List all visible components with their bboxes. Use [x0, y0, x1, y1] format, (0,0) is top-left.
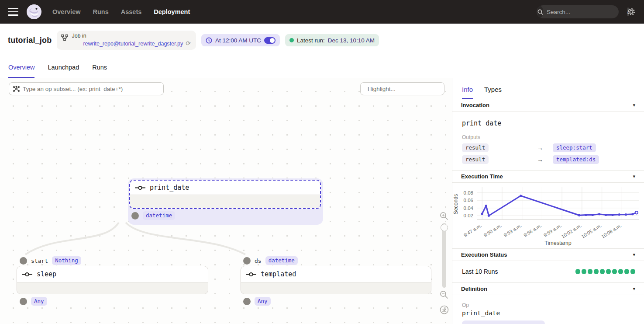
svg-text:10:05 a.m.: 10:05 a.m. [580, 223, 602, 240]
input-port[interactable] [20, 257, 27, 265]
svg-text:Timestamp: Timestamp [544, 240, 571, 246]
type-badge-datetime[interactable]: datetime [143, 211, 175, 220]
zoom-controls [437, 212, 451, 314]
node-templated[interactable]: templated [241, 266, 431, 294]
node-body [130, 195, 320, 209]
nav-item-runs[interactable]: Runs [93, 8, 109, 15]
menu-icon[interactable] [8, 8, 18, 16]
job-in-label: Job in [72, 33, 86, 39]
highlight-filter[interactable] [360, 82, 444, 95]
node-print-date-selection-halo: print_date datetime [128, 178, 323, 225]
svg-text:9:59 a.m.: 9:59 a.m. [543, 223, 562, 238]
sleep-input-row: start Nothing [20, 256, 81, 265]
op-detail-sidebar: Info Types Invocation ▾ print_date Outpu… [452, 78, 644, 324]
chevron-down-icon: ▾ [633, 252, 635, 258]
schedule-toggle[interactable] [264, 37, 276, 44]
op-subset-input[interactable] [23, 86, 159, 92]
svg-text:9:53 a.m.: 9:53 a.m. [503, 223, 522, 238]
svg-text:10:08 a.m.: 10:08 a.m. [600, 223, 622, 240]
output-target-badge[interactable]: sleep:start [553, 143, 596, 152]
job-graph-icon [61, 34, 68, 41]
section-execution-time[interactable]: Execution Time ▾ [452, 170, 644, 183]
svg-text:Seconds: Seconds [453, 194, 459, 215]
output-target-badge[interactable]: templated:ds [553, 155, 599, 164]
dagster-logo-icon[interactable] [26, 4, 42, 20]
type-badge-partial [462, 321, 545, 324]
nav-item-assets[interactable]: Assets [121, 8, 142, 15]
tab-launchpad[interactable]: Launchpad [48, 64, 79, 78]
input-name: start [31, 258, 48, 264]
op-subset-filter[interactable] [9, 82, 164, 95]
invocation-body: print_date Outputs result → sleep:start … [452, 111, 644, 170]
output-name-badge: result [462, 143, 489, 152]
job-tabs: Overview Launchpad Runs [0, 57, 644, 78]
output-port[interactable] [131, 212, 139, 219]
chevron-down-icon: ▾ [633, 286, 635, 292]
job-header: tutorial_job Job in rewrite_repo@tutoria… [0, 24, 644, 57]
svg-text:9:47 a.m.: 9:47 a.m. [463, 223, 482, 238]
chevron-down-icon: ▾ [633, 102, 635, 108]
tab-overview[interactable]: Overview [8, 64, 34, 78]
tab-info[interactable]: Info [462, 86, 473, 99]
templated-input-row: ds datetime [243, 256, 298, 265]
definition-kind-label: Op [462, 302, 634, 308]
svg-text:0.06: 0.06 [464, 198, 473, 203]
type-badge-nothing[interactable]: Nothing [52, 256, 81, 265]
nav-item-deployment[interactable]: Deployment [154, 8, 190, 15]
zoom-slider[interactable] [442, 223, 446, 288]
reload-icon[interactable]: ⟳ [186, 40, 191, 48]
clock-icon [206, 37, 212, 44]
svg-text:0.02: 0.02 [464, 213, 473, 218]
execution-time-chart: 0.020.040.060.089:47 a.m.9:50 a.m.9:53 a… [452, 183, 644, 248]
highlight-input[interactable] [368, 86, 445, 92]
global-search[interactable]: / [537, 5, 619, 18]
arrow-right-icon: → [537, 144, 553, 151]
section-invocation[interactable]: Invocation ▾ [452, 99, 644, 111]
input-name: ds [255, 258, 262, 264]
input-port[interactable] [243, 257, 251, 265]
type-badge-any[interactable]: Any [31, 297, 47, 306]
nav-item-overview[interactable]: Overview [52, 8, 81, 15]
latest-run-badge[interactable]: Latest run: Dec 13, 10:10 AM [285, 34, 379, 46]
arrow-right-icon: → [537, 156, 553, 163]
repo-link[interactable]: rewrite_repo@tutorial_rewrite_dagster.py [83, 41, 183, 47]
op-icon [246, 272, 256, 277]
node-name: sleep [37, 270, 56, 278]
tab-runs[interactable]: Runs [92, 64, 107, 78]
chevron-down-icon: ▾ [633, 174, 635, 179]
sleep-output-row: Any [20, 297, 47, 306]
zoom-in-icon[interactable] [440, 212, 448, 220]
settings-gear-icon[interactable] [627, 7, 636, 17]
run-status-dots[interactable] [575, 269, 636, 274]
node-body [241, 282, 431, 294]
output-port[interactable] [20, 298, 27, 305]
svg-text:0.04: 0.04 [464, 206, 474, 211]
job-location-pill: Job in rewrite_repo@tutorial_rewrite_dag… [57, 31, 196, 50]
download-view-icon[interactable] [440, 305, 449, 314]
definition-op-name: print_date [462, 310, 634, 317]
node-name: templated [261, 270, 296, 278]
type-badge-any[interactable]: Any [255, 297, 271, 306]
type-badge-datetime[interactable]: datetime [265, 256, 298, 265]
op-icon [22, 272, 32, 277]
svg-text:9:56 a.m.: 9:56 a.m. [523, 223, 542, 238]
zoom-slider-knob[interactable] [441, 224, 448, 231]
output-port[interactable] [243, 298, 251, 305]
section-definition[interactable]: Definition ▾ [452, 282, 644, 295]
node-sleep[interactable]: sleep [17, 266, 208, 294]
latest-run-label: Latest run: [297, 37, 325, 44]
tab-types[interactable]: Types [484, 86, 502, 99]
execution-status-row: Last 10 Runs [452, 261, 644, 282]
latest-run-value[interactable]: Dec 13, 10:10 AM [328, 37, 375, 44]
output-mapping-row: result → sleep:start [462, 143, 634, 152]
node-print-date[interactable]: print_date [129, 180, 321, 209]
dag-canvas[interactable]: print_date datetime start Nothing sleep [0, 78, 452, 324]
last-runs-label: Last 10 Runs [462, 268, 498, 275]
zoom-out-icon[interactable] [440, 290, 448, 299]
run-status-dot [289, 38, 294, 42]
section-execution-status[interactable]: Execution Status ▾ [452, 248, 644, 261]
schedule-badge[interactable]: At 12:00 AM UTC [201, 34, 280, 46]
op-selector-icon [13, 86, 20, 92]
search-input[interactable] [543, 9, 627, 15]
output-mapping-row: result → templated:ds [462, 155, 634, 164]
